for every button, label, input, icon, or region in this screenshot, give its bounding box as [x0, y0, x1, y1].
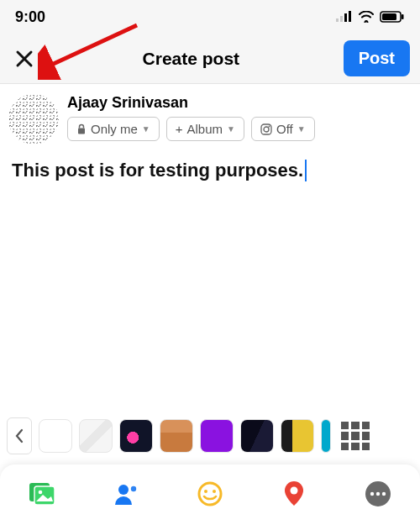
more-options-button[interactable]: [357, 473, 399, 515]
chevron-left-icon: [14, 428, 24, 443]
bg-yellow[interactable]: [281, 419, 314, 453]
svg-rect-2: [344, 13, 347, 22]
photo-icon: [28, 481, 56, 506]
compose-header: Create post Post: [0, 34, 420, 84]
chevron-down-icon: ▼: [227, 124, 235, 134]
add-photo-button[interactable]: [21, 473, 63, 515]
lock-icon: [76, 123, 87, 134]
bg-zigzag[interactable]: [160, 419, 193, 453]
more-icon: [364, 480, 392, 508]
svg-point-15: [39, 491, 43, 495]
add-feeling-button[interactable]: [189, 473, 231, 515]
post-text-input[interactable]: This post is for testing purposes.: [0, 151, 420, 190]
svg-point-11: [264, 127, 269, 132]
bg-stars[interactable]: [240, 419, 274, 453]
svg-point-16: [118, 485, 129, 495]
audience-selector[interactable]: Only me ▼: [67, 117, 160, 141]
background-picker: [0, 413, 420, 459]
chevron-down-icon: ▼: [297, 124, 306, 134]
bg-white[interactable]: [39, 419, 72, 453]
post-text: This post is for testing purposes.: [12, 160, 303, 181]
svg-rect-9: [78, 129, 85, 134]
wifi-icon: [358, 11, 375, 23]
chevron-down-icon: ▼: [142, 124, 150, 134]
page-title: Create post: [143, 49, 240, 69]
svg-point-23: [370, 492, 374, 496]
bg-rocket[interactable]: [119, 419, 153, 453]
text-cursor: [305, 160, 307, 181]
svg-point-18: [199, 483, 221, 505]
user-row: Ajaay Srinivasan Only me ▼ + Album ▼ Off…: [0, 84, 420, 151]
status-indicators: [336, 11, 405, 23]
bg-teal[interactable]: [321, 419, 331, 453]
svg-rect-0: [336, 18, 339, 22]
attachment-toolbar: [0, 464, 420, 530]
svg-point-24: [376, 492, 380, 496]
bg-prev-button[interactable]: [7, 417, 32, 454]
svg-point-12: [269, 125, 270, 127]
svg-rect-10: [261, 124, 271, 134]
svg-point-25: [382, 492, 386, 496]
svg-rect-3: [349, 11, 351, 22]
status-time: 9:00: [15, 8, 45, 26]
tag-people-icon: [112, 481, 140, 506]
post-button[interactable]: Post: [344, 40, 410, 76]
close-button[interactable]: [10, 45, 39, 73]
instagram-toggle[interactable]: Off ▼: [251, 117, 315, 141]
svg-rect-6: [402, 14, 404, 19]
battery-icon: [380, 11, 405, 23]
svg-point-17: [131, 486, 136, 491]
svg-rect-14: [34, 486, 55, 505]
add-location-button[interactable]: [273, 473, 315, 515]
bg-lines[interactable]: [79, 419, 113, 453]
bg-purple[interactable]: [200, 419, 234, 453]
cellular-icon: [336, 11, 353, 23]
svg-point-21: [291, 487, 298, 495]
close-icon: [14, 49, 34, 69]
svg-point-20: [213, 490, 216, 493]
avatar[interactable]: [8, 94, 59, 144]
album-selector[interactable]: + Album ▼: [166, 117, 244, 141]
plus-icon: +: [176, 122, 183, 136]
instagram-icon: [260, 123, 272, 135]
feeling-icon: [197, 480, 223, 507]
tag-people-button[interactable]: [105, 473, 147, 515]
user-name: Ajaay Srinivasan: [67, 94, 412, 112]
svg-rect-5: [382, 13, 396, 20]
svg-point-19: [204, 490, 207, 493]
status-bar: 9:00: [0, 0, 420, 34]
location-icon: [282, 480, 306, 508]
svg-rect-1: [340, 16, 343, 22]
bg-grid-button[interactable]: [341, 422, 370, 450]
